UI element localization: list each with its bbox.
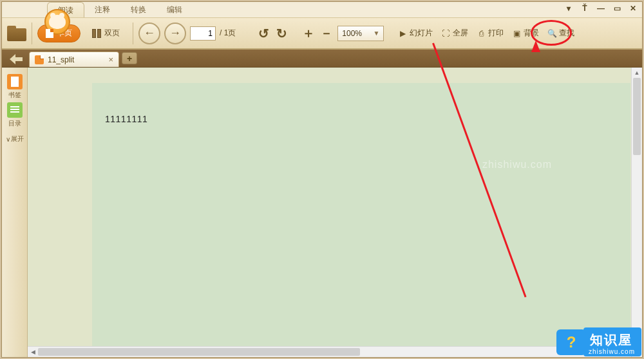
separator bbox=[133, 23, 133, 44]
redo-button[interactable]: ↻ bbox=[274, 26, 289, 41]
chevron-down-icon: ▼ bbox=[373, 30, 379, 37]
double-page-label: 双页 bbox=[104, 28, 120, 39]
content-area: 书签 目录 ∨ 展开 11111111 ▲ ▼ ◀ bbox=[2, 68, 642, 357]
menu-tab-annotate[interactable]: 注释 bbox=[84, 2, 120, 17]
print-button[interactable]: ⎙ 打印 bbox=[474, 26, 506, 41]
minimize-button[interactable]: — bbox=[596, 3, 606, 14]
chevron-down-icon: ∨ bbox=[6, 136, 10, 143]
zoom-out-button[interactable]: － bbox=[319, 26, 334, 41]
search-icon: 🔍 bbox=[547, 28, 557, 39]
next-page-button[interactable]: → bbox=[164, 23, 186, 44]
background-button[interactable]: ▣ 背景 bbox=[509, 26, 541, 41]
close-button[interactable]: ✕ bbox=[628, 3, 638, 14]
slideshow-icon: ▶ bbox=[397, 28, 408, 39]
document-viewport[interactable]: 11111111 ▲ ▼ ◀ ▶ bbox=[28, 68, 642, 357]
toc-button[interactable]: 目录 bbox=[6, 102, 23, 128]
page-body-text: 11111111 bbox=[92, 83, 630, 124]
separator bbox=[32, 23, 32, 44]
close-tab-button[interactable]: × bbox=[108, 55, 113, 64]
bookmark-icon bbox=[7, 74, 23, 89]
tabstrip-back-button[interactable] bbox=[4, 51, 28, 68]
menu-tab-edit[interactable]: 编辑 bbox=[156, 2, 193, 17]
menu-tab-convert[interactable]: 转换 bbox=[120, 2, 156, 17]
double-page-icon bbox=[92, 29, 101, 38]
menu-bar: 阅读 注释 转换 编辑 ▾ Ť — ▭ ✕ bbox=[2, 2, 642, 17]
horizontal-scrollbar[interactable]: ◀ ▶ bbox=[28, 346, 631, 357]
new-tab-button[interactable]: + bbox=[122, 52, 137, 64]
bookmarks-button[interactable]: 书签 bbox=[6, 74, 23, 100]
scroll-right-icon[interactable]: ▶ bbox=[621, 347, 631, 357]
scrollbar-thumb[interactable] bbox=[633, 78, 641, 155]
document-tabstrip: 11_split × + bbox=[2, 50, 642, 68]
app-window: 阅读 注释 转换 编辑 ▾ Ť — ▭ ✕ 单页 双页 ← → / bbox=[1, 1, 643, 358]
undo-button[interactable]: ↺ bbox=[256, 26, 270, 41]
page-icon bbox=[46, 29, 53, 38]
fullscreen-icon: ⛶ bbox=[440, 28, 451, 39]
scroll-left-icon[interactable]: ◀ bbox=[28, 347, 38, 357]
fullscreen-button[interactable]: ⛶ 全屏 bbox=[439, 26, 470, 41]
page-number-input[interactable] bbox=[190, 26, 216, 41]
dropdown-icon[interactable]: ▾ bbox=[564, 3, 574, 14]
page-total-label: / 1页 bbox=[220, 28, 236, 39]
maximize-button[interactable]: ▭ bbox=[612, 3, 622, 14]
vertical-scrollbar[interactable]: ▲ ▼ bbox=[631, 68, 642, 357]
page: 11111111 bbox=[92, 83, 630, 353]
expand-sidebar-button[interactable]: ∨ 展开 bbox=[6, 134, 24, 143]
scroll-up-icon[interactable]: ▲ bbox=[632, 68, 642, 78]
zoom-value: 100% bbox=[342, 29, 362, 38]
open-file-button[interactable] bbox=[7, 26, 26, 41]
zoom-select[interactable]: 100% ▼ bbox=[337, 26, 384, 41]
document-tab[interactable]: 11_split × bbox=[29, 51, 119, 67]
prev-page-button[interactable]: ← bbox=[138, 23, 160, 44]
zoom-in-button[interactable]: ＋ bbox=[301, 26, 316, 41]
background-icon: ▣ bbox=[511, 28, 522, 39]
document-tab-label: 11_split bbox=[48, 55, 74, 64]
toc-icon bbox=[7, 102, 23, 118]
scroll-down-icon[interactable]: ▼ bbox=[632, 347, 642, 357]
scrollbar-thumb[interactable] bbox=[38, 348, 360, 356]
pin-icon[interactable]: Ť bbox=[580, 3, 590, 14]
document-icon bbox=[35, 55, 44, 64]
double-page-button[interactable]: 双页 bbox=[84, 24, 128, 42]
find-button[interactable]: 🔍 查找 bbox=[545, 26, 576, 41]
side-panel: 书签 目录 ∨ 展开 bbox=[2, 68, 28, 357]
print-icon: ⎙ bbox=[476, 28, 486, 39]
slideshow-button[interactable]: ▶ 幻灯片 bbox=[395, 26, 435, 41]
main-toolbar: 单页 双页 ← → / 1页 ↺ ↻ ＋ － 100% ▼ ▶ 幻灯片 ⛶ bbox=[2, 17, 642, 50]
